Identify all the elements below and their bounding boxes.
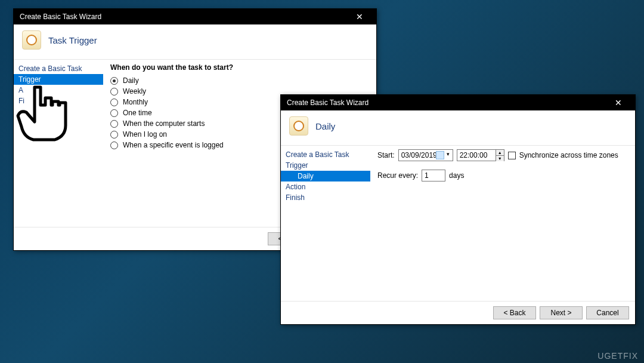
start-row: Start: 03/09/2019 ▾ 22:00:00 ▲▼ Synchron… <box>377 149 628 161</box>
window-title: Create Basic Task Wizard <box>20 13 101 21</box>
step-trigger[interactable]: Trigger <box>281 160 370 171</box>
wizard-icon <box>22 30 41 50</box>
step-create[interactable]: Create a Basic Task <box>14 63 103 74</box>
radio-label: When a specific event is logged <box>123 141 224 149</box>
radio-icon <box>110 109 118 117</box>
titlebar[interactable]: Create Basic Task Wizard ✕ <box>281 95 635 110</box>
recur-unit: days <box>449 171 464 180</box>
radio-label: When I log on <box>123 130 167 139</box>
header-row: Task Trigger <box>14 24 376 59</box>
timezone-checkbox[interactable] <box>508 152 516 159</box>
recur-row: Recur every: 1 days <box>377 170 628 182</box>
start-time-input[interactable]: 22:00:00 ▲▼ <box>457 149 504 161</box>
close-icon[interactable]: ✕ <box>606 98 630 107</box>
footer: < Back Next > Cancel <box>281 301 635 324</box>
radio-icon <box>110 77 118 85</box>
hand-cursor-icon <box>14 84 68 149</box>
spin-up-icon: ▲ <box>496 150 504 156</box>
spin-down-icon: ▼ <box>496 156 504 161</box>
step-action[interactable]: Action <box>281 182 370 192</box>
back-button[interactable]: < Back <box>493 306 536 319</box>
date-value: 03/09/2019 <box>401 151 437 159</box>
watermark: UGETFIX <box>597 351 638 361</box>
question-label: When do you want the task to start? <box>110 63 369 72</box>
body: Create a Basic Task Trigger Daily Action… <box>281 145 635 301</box>
content-pane: Start: 03/09/2019 ▾ 22:00:00 ▲▼ Synchron… <box>370 146 635 301</box>
step-daily[interactable]: Daily <box>281 171 370 182</box>
radio-label: When the computer starts <box>123 119 205 128</box>
wizard-steps: Create a Basic Task Trigger Daily Action… <box>281 146 370 301</box>
window-title: Create Basic Task Wizard <box>287 99 369 107</box>
wizard-window-daily: Create Basic Task Wizard ✕ Daily Create … <box>280 94 636 325</box>
radio-icon <box>110 131 118 139</box>
radio-label: Monthly <box>123 98 148 106</box>
start-label: Start: <box>377 151 395 159</box>
titlebar[interactable]: Create Basic Task Wizard ✕ <box>14 9 376 24</box>
header-row: Daily <box>281 110 635 145</box>
page-title: Daily <box>315 121 335 131</box>
recur-value: 1 <box>425 171 429 180</box>
radio-label: Daily <box>123 76 139 85</box>
radio-label: One time <box>123 109 152 117</box>
radio-icon <box>110 88 118 96</box>
step-create[interactable]: Create a Basic Task <box>281 149 370 160</box>
calendar-icon[interactable] <box>436 151 444 159</box>
recur-label: Recur every: <box>377 171 418 180</box>
radio-label: Weekly <box>123 87 146 96</box>
radio-icon <box>110 99 118 106</box>
start-date-input[interactable]: 03/09/2019 ▾ <box>398 149 453 161</box>
next-button[interactable]: Next > <box>540 306 583 319</box>
wizard-icon <box>289 116 308 136</box>
recur-input[interactable]: 1 <box>422 170 445 182</box>
time-spinner[interactable]: ▲▼ <box>496 150 504 161</box>
time-value: 22:00:00 <box>460 151 488 159</box>
radio-icon <box>110 120 118 128</box>
radio-daily[interactable]: Daily <box>110 76 369 85</box>
chevron-down-icon[interactable]: ▾ <box>445 151 451 159</box>
step-finish[interactable]: Finish <box>281 192 370 203</box>
cancel-button[interactable]: Cancel <box>586 306 629 319</box>
close-icon[interactable]: ✕ <box>348 12 371 21</box>
page-title: Task Trigger <box>48 35 97 45</box>
radio-icon <box>110 141 118 149</box>
timezone-label: Synchronize across time zones <box>519 151 618 159</box>
